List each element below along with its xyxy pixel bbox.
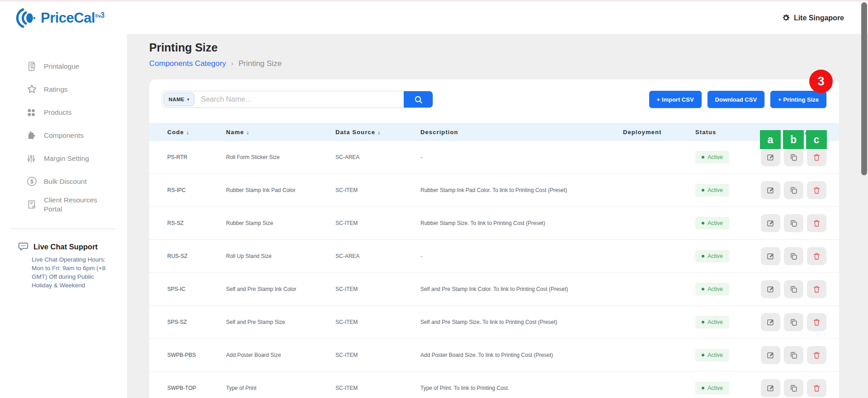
sidebar-item-label: Printalogue [44, 62, 105, 71]
column-header-code[interactable]: Code↓ [167, 129, 226, 136]
copy-icon [789, 384, 798, 393]
edit-button[interactable] [761, 346, 780, 364]
annotation-badge-b: b [783, 130, 804, 149]
topbar: PriceCal®v3 Lite Singapore [0, 2, 868, 34]
search-icon [414, 95, 423, 104]
sort-descending-icon: ↓ [377, 129, 381, 136]
delete-button[interactable]: c [807, 148, 826, 166]
sidebar-item-margin-setting[interactable]: Margin Setting [0, 147, 127, 170]
cell-status: Active [695, 382, 761, 394]
search-button[interactable] [404, 91, 433, 108]
cell-code: RS-SZ [167, 220, 226, 226]
copy-icon [789, 318, 798, 327]
printing-size-table: Code↓Name↓Data Source↓DescriptionDeploym… [149, 123, 839, 398]
column-header-name[interactable]: Name↓ [226, 129, 335, 136]
sidebar-item-label: Bulk Discount [44, 177, 105, 186]
region-selector[interactable]: Lite Singapore [782, 14, 844, 22]
cell-name: Type of Print [226, 385, 335, 391]
status-dot-icon [702, 222, 704, 225]
table-row: RS-IPCRubber Stamp Ink Pad ColorSC-ITEMR… [149, 174, 839, 207]
edit-button[interactable] [761, 181, 780, 199]
phone-doc-icon [26, 61, 37, 72]
trash-icon [812, 186, 821, 195]
gear-icon [782, 14, 790, 22]
brand-logo[interactable]: PriceCal®v3 [14, 6, 104, 30]
delete-button[interactable] [807, 214, 826, 232]
annotation-badge-3: 3 [809, 70, 833, 93]
sidebar-item-label: Products [44, 108, 105, 117]
edit-icon [766, 318, 775, 327]
delete-button[interactable] [807, 313, 826, 331]
column-header-data-source[interactable]: Data Source↓ [335, 129, 420, 136]
download-csv-button[interactable]: Download CSV [708, 91, 764, 108]
sidebar-item-label: Client Resources Portal [44, 196, 105, 214]
toolbar-buttons: + Import CSV Download CSV + Printing Siz… [649, 91, 826, 108]
sidebar-divider [11, 229, 115, 229]
edit-button[interactable] [761, 313, 780, 331]
sidebar-item-products[interactable]: Products [0, 101, 127, 124]
sidebar-item-bulk-discount[interactable]: $Bulk Discount [0, 170, 127, 193]
copy-button[interactable] [784, 280, 803, 298]
delete-button[interactable] [807, 247, 826, 265]
copy-button[interactable] [784, 214, 803, 232]
cell-description: Rubber Stamp Ink Pad Color. To link to P… [420, 187, 623, 193]
cell-data-source: SC-ITEM [335, 352, 420, 358]
sidebar-item-printalogue[interactable]: Printalogue [0, 55, 127, 78]
import-csv-button[interactable]: + Import CSV [649, 91, 702, 108]
copy-button[interactable]: b [784, 148, 803, 166]
trash-icon [812, 318, 821, 327]
cell-data-source: SC-ITEM [335, 187, 420, 193]
edit-icon [766, 153, 775, 162]
status-dot-icon [702, 288, 704, 290]
delete-button[interactable] [807, 346, 826, 364]
cell-name: Roll Form Sticker Size [226, 154, 335, 160]
cell-code: RUS-SZ [167, 253, 226, 259]
cell-data-source: SC-ITEM [335, 286, 420, 292]
grid-icon [26, 108, 36, 117]
cell-code: RS-IPC [167, 187, 226, 193]
copy-icon [789, 153, 798, 162]
sidebar: PrintalogueRatingsProductsComponentsMarg… [0, 34, 127, 398]
search-field-dropdown[interactable]: NAME ▾ [164, 93, 194, 106]
delete-button[interactable] [807, 379, 826, 397]
cell-description: Add Poster Board Size. To link to Printi… [420, 352, 623, 358]
breadcrumb-link-components-category[interactable]: Components Category [149, 59, 226, 68]
copy-button[interactable] [784, 181, 803, 199]
edit-button[interactable] [761, 280, 780, 298]
sidebar-item-ratings[interactable]: Ratings [0, 78, 127, 101]
copy-button[interactable] [784, 247, 803, 265]
sidebar-item-components[interactable]: Components [0, 124, 127, 147]
cell-action: abc [761, 148, 826, 166]
cell-action [761, 346, 826, 364]
delete-button[interactable] [807, 181, 826, 199]
status-badge: Active [695, 382, 729, 394]
annotation-badge-c: c [806, 130, 827, 149]
search-input[interactable] [196, 95, 404, 103]
status-dot-icon [702, 354, 704, 356]
edit-button[interactable] [761, 379, 780, 397]
status-dot-icon [702, 189, 704, 192]
copy-button[interactable] [784, 313, 803, 331]
copy-button[interactable] [784, 346, 803, 364]
edit-icon [766, 186, 775, 195]
annotation-badge-a: a [760, 130, 781, 149]
cell-data-source: SC-ITEM [335, 220, 420, 226]
add-printing-size-button[interactable]: + Printing Size [770, 91, 826, 108]
trash-icon [812, 219, 821, 228]
cell-status: Active [695, 316, 761, 328]
brand-logo-icon [14, 6, 37, 30]
trash-icon [812, 384, 821, 393]
live-chat-support[interactable]: Live Chat Support Live Chat Operating Ho… [17, 241, 127, 290]
table-row: SPS-ICSelf and Pre Stamp Ink ColorSC-ITE… [149, 273, 839, 306]
edit-button[interactable]: a [761, 148, 780, 166]
edit-button[interactable] [761, 247, 780, 265]
sidebar-item-client-resources-portal[interactable]: Client Resources Portal [0, 193, 127, 216]
sidebar-nav: PrintalogueRatingsProductsComponentsMarg… [0, 34, 127, 216]
copy-button[interactable] [784, 379, 803, 397]
edit-button[interactable] [761, 214, 780, 232]
delete-button[interactable] [807, 280, 826, 298]
status-badge: Active [695, 349, 729, 361]
cell-description: Type of Print. To link to Printing Cost. [420, 385, 623, 391]
edit-icon [766, 252, 775, 261]
vertical-scrollbar-thumb[interactable] [861, 2, 867, 175]
